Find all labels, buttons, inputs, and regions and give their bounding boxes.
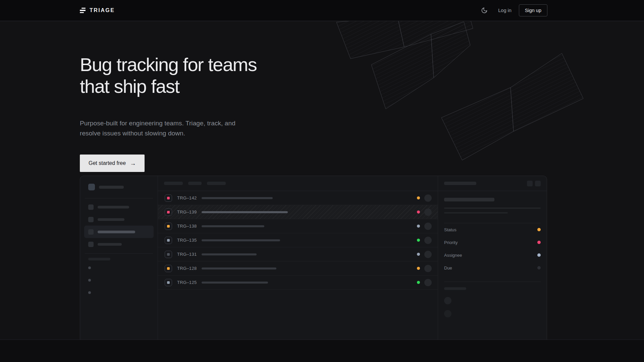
avatar: [444, 297, 451, 304]
mockup-sidebar: [80, 176, 158, 340]
workspace-switcher: [80, 176, 158, 190]
hero-section: Bug tracking for teams that ship fast Pu…: [0, 21, 644, 340]
issue-type-icon: [165, 251, 172, 258]
skeleton-tab: [188, 182, 202, 185]
skeleton-bar: [98, 231, 135, 233]
assignee-avatar: [424, 194, 432, 202]
status-dot: [417, 239, 420, 242]
dot: [88, 291, 91, 294]
property-row: Status: [444, 223, 541, 236]
app-mockup: TRG–142 TRG–139 TRG–138 TRG–135: [80, 176, 547, 340]
property-row: Due: [444, 261, 541, 274]
skeleton-bar: [98, 243, 122, 246]
skeleton-text-line: [444, 207, 541, 209]
assignee-value-dot: [537, 253, 541, 257]
sidebar-item: [84, 201, 154, 213]
login-link[interactable]: Log in: [498, 8, 512, 13]
property-label: Status: [444, 227, 457, 232]
sidebar-item: [84, 238, 154, 250]
skeleton-issue-title: [202, 282, 268, 284]
avatar: [444, 310, 451, 317]
assignee-avatar: [424, 223, 432, 230]
assignee-avatar: [424, 265, 432, 272]
nav-icon: [88, 242, 94, 247]
issue-type-icon: [165, 194, 172, 202]
top-nav: TRIAGE Log in Sign up: [0, 0, 644, 21]
cta-label: Get started free: [89, 160, 126, 166]
status-dot: [417, 281, 420, 284]
theme-toggle-button[interactable]: [481, 7, 488, 14]
title-line-1: Bug tracking for teams: [80, 54, 257, 76]
workspace-avatar: [88, 184, 95, 190]
skeleton-bar: [98, 218, 124, 221]
issue-list-header: [158, 176, 438, 191]
issue-row: TRG–125: [158, 276, 438, 290]
nav-icon: [88, 217, 94, 222]
status-dot: [417, 210, 420, 214]
sidebar-item: [84, 213, 154, 226]
wireframe-graphic: [325, 21, 594, 172]
skeleton-bar: [98, 206, 129, 208]
nav-icon: [88, 204, 94, 210]
page-title: Bug tracking for teams that ship fast: [80, 54, 257, 98]
issue-row: TRG–142: [158, 191, 438, 205]
issue-id: TRG–128: [177, 266, 197, 271]
status-dot: [417, 253, 420, 256]
status-dot: [417, 196, 420, 199]
property-label: Priority: [444, 240, 458, 245]
status-dot: [417, 225, 420, 228]
footer: [0, 340, 644, 362]
detail-panel-header: [438, 176, 547, 191]
skeleton-bar: [99, 186, 124, 189]
skeleton-issue-title: [202, 239, 280, 241]
brand-name: TRIAGE: [90, 7, 115, 13]
detail-panel-body: Status Priority Assignee Due: [438, 191, 547, 317]
sidebar-nav: [80, 198, 158, 250]
skeleton-tab: [207, 182, 226, 185]
issue-id: TRG–139: [177, 209, 197, 215]
signup-button[interactable]: Sign up: [519, 4, 547, 16]
skeleton-issue-title: [202, 267, 276, 269]
assignee-avatar: [424, 279, 432, 286]
skeleton-issue-heading: [444, 198, 494, 201]
issue-id: TRG–142: [177, 195, 197, 200]
skeleton-issue-title: [202, 197, 273, 199]
issue-type-icon: [165, 279, 172, 286]
issue-id: TRG–138: [177, 224, 197, 229]
dot: [88, 266, 91, 269]
issue-type-icon: [165, 223, 172, 230]
property-row: Assignee: [444, 249, 541, 261]
issue-type-icon: [165, 237, 172, 244]
hero-subtitle: Purpose-built for engineering teams. Tri…: [80, 118, 241, 139]
skeleton-section-label: [444, 287, 466, 290]
issue-list: TRG–142 TRG–139 TRG–138 TRG–135: [158, 176, 438, 340]
divider: [444, 282, 541, 282]
issue-row: TRG–135: [158, 233, 438, 247]
skeleton-section-label: [88, 258, 110, 260]
get-started-button[interactable]: Get started free →: [80, 155, 145, 172]
status-dot: [417, 267, 420, 270]
skeleton-issue-title: [202, 225, 264, 227]
issue-row: TRG–131: [158, 247, 438, 261]
nav-icon: [88, 229, 94, 235]
issue-id: TRG–131: [177, 252, 197, 257]
title-line-2: that ship fast: [80, 76, 257, 98]
activity-avatars: [444, 297, 541, 317]
due-value-dot: [537, 266, 541, 269]
dot: [88, 279, 91, 282]
skeleton-issue-title: [202, 253, 257, 255]
issue-type-icon: [165, 265, 172, 272]
skeleton-text-line: [444, 212, 508, 214]
nav-actions: Log in Sign up: [481, 4, 547, 16]
property-label: Due: [444, 265, 452, 270]
skeleton-bar: [444, 182, 476, 185]
issue-id: TRG–125: [177, 280, 197, 285]
status-value-dot: [537, 228, 541, 231]
assignee-avatar: [424, 251, 432, 258]
issue-row: TRG–128: [158, 261, 438, 276]
issue-id: TRG–135: [177, 238, 197, 243]
moon-icon: [481, 7, 488, 14]
panel-action-icon: [527, 181, 533, 186]
arrow-right-icon: →: [130, 160, 136, 167]
skeleton-issue-title: [202, 211, 288, 213]
